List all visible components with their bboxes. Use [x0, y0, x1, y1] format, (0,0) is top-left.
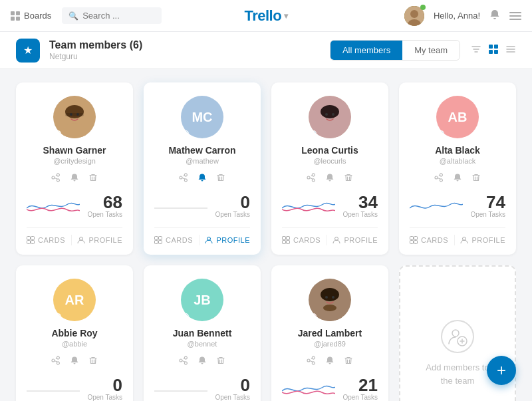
share-icon[interactable] — [51, 173, 61, 184]
footer-divider — [327, 235, 327, 245]
svg-rect-21 — [155, 241, 158, 244]
trash-icon[interactable] — [344, 173, 353, 184]
cards-icon — [282, 236, 290, 244]
trash-icon[interactable] — [88, 173, 98, 184]
mini-chart — [154, 195, 207, 217]
search-box[interactable]: 🔍 — [62, 7, 162, 24]
chart-row: 21 Open Tasks — [282, 376, 378, 401]
search-input[interactable] — [82, 11, 149, 21]
card-actions — [282, 173, 378, 184]
share-icon[interactable] — [51, 356, 61, 367]
trash-icon[interactable] — [88, 356, 98, 367]
add-member-icon — [441, 320, 474, 353]
svg-rect-20 — [159, 237, 162, 240]
filter-icon[interactable] — [471, 44, 481, 57]
profile-icon — [77, 236, 85, 244]
online-dot — [420, 5, 426, 10]
profile-button[interactable]: PROFILE — [332, 236, 378, 244]
bell-icon[interactable] — [325, 173, 334, 184]
svg-point-1 — [410, 10, 418, 18]
member-card-6: JB Juan Bennett @bennet 0 Open Tasks — [144, 265, 261, 401]
svg-rect-6 — [494, 50, 498, 54]
bell-icon[interactable] — [70, 356, 79, 367]
menu-button[interactable] — [509, 12, 521, 20]
card-actions — [410, 173, 505, 184]
profile-button[interactable]: PROFILE — [205, 236, 250, 244]
task-label: Open Tasks — [342, 211, 378, 218]
task-count: 0 — [215, 194, 250, 211]
svg-rect-5 — [489, 50, 493, 54]
chart-row: 0 Open Tasks — [154, 194, 250, 218]
page-title-group: Team members (6) Netguru — [49, 39, 142, 61]
member-handle: @critydesign — [53, 157, 96, 165]
page-subtitle: Netguru — [49, 52, 142, 61]
trash-icon[interactable] — [471, 173, 481, 184]
member-avatar — [309, 279, 351, 321]
chart-row: 74 Open Tasks — [410, 194, 505, 218]
task-count: 21 — [342, 376, 378, 394]
member-handle: @bennet — [188, 340, 217, 348]
svg-rect-13 — [65, 113, 84, 116]
card-divider — [154, 227, 250, 228]
share-icon[interactable] — [179, 356, 188, 367]
profile-button[interactable]: PROFILE — [77, 236, 122, 244]
cards-button[interactable]: CARDS — [410, 236, 448, 244]
mini-chart — [27, 378, 80, 400]
card-footer: CARDS PROFILE — [27, 235, 122, 245]
task-label: Open Tasks — [470, 211, 505, 218]
task-label: Open Tasks — [342, 394, 378, 401]
svg-rect-35 — [410, 237, 414, 240]
cards-button[interactable]: CARDS — [282, 236, 321, 244]
bell-icon[interactable] — [453, 173, 462, 184]
star-button[interactable]: ★ — [16, 39, 40, 63]
bell-icon[interactable] — [70, 173, 79, 184]
member-name: Mathew Carron — [168, 145, 235, 156]
header: Boards 🔍 Trello ▾ Hello, Anna! — [0, 0, 532, 32]
cards-button[interactable]: CARDS — [27, 236, 65, 244]
status-dot — [182, 130, 189, 137]
task-count: 0 — [215, 376, 250, 394]
search-icon: 🔍 — [68, 11, 78, 21]
share-icon[interactable] — [307, 173, 316, 184]
svg-rect-36 — [414, 237, 418, 240]
add-member-fab[interactable]: + — [487, 356, 516, 385]
boards-nav[interactable]: Boards — [11, 11, 51, 21]
svg-rect-38 — [414, 241, 418, 244]
status-dot — [438, 130, 444, 137]
tab-my-team[interactable]: My team — [402, 41, 460, 60]
members-grid: Shawn Garner @critydesign 68 Open Tasks — [16, 82, 516, 401]
task-label: Open Tasks — [87, 211, 122, 218]
member-handle: @jared89 — [314, 340, 346, 348]
profile-button[interactable]: PROFILE — [460, 236, 505, 244]
share-icon[interactable] — [434, 173, 444, 184]
cards-button[interactable]: CARDS — [154, 236, 193, 244]
notifications-button[interactable] — [489, 9, 500, 23]
svg-rect-17 — [31, 241, 35, 244]
status-dot — [310, 130, 317, 137]
share-icon[interactable] — [307, 356, 316, 367]
grid-view-icon[interactable] — [488, 44, 499, 57]
share-icon[interactable] — [179, 173, 188, 184]
logo-chevron-icon: ▾ — [284, 11, 288, 21]
cards-icon — [154, 236, 162, 244]
user-avatar-wrap — [404, 6, 424, 26]
bell-icon[interactable] — [198, 356, 207, 367]
list-view-icon[interactable] — [505, 44, 516, 57]
svg-rect-30 — [283, 237, 286, 240]
svg-rect-14 — [27, 237, 31, 240]
cards-icon — [27, 236, 35, 244]
member-name: Abbie Roy — [51, 328, 97, 338]
bell-icon[interactable] — [198, 173, 207, 184]
member-card-2: MC Mathew Carron @mathew 0 Open Tasks — [144, 82, 261, 255]
tab-all-members[interactable]: All members — [331, 41, 402, 60]
bell-icon[interactable] — [325, 356, 334, 367]
chart-row: 0 Open Tasks — [154, 376, 250, 401]
svg-point-55 — [332, 296, 334, 299]
chart-row: 0 Open Tasks — [27, 376, 122, 401]
trash-icon[interactable] — [344, 356, 353, 367]
status-dot — [182, 313, 189, 320]
trash-icon[interactable] — [216, 173, 225, 184]
svg-rect-22 — [159, 241, 162, 244]
profile-icon — [332, 236, 340, 244]
trash-icon[interactable] — [216, 356, 225, 367]
